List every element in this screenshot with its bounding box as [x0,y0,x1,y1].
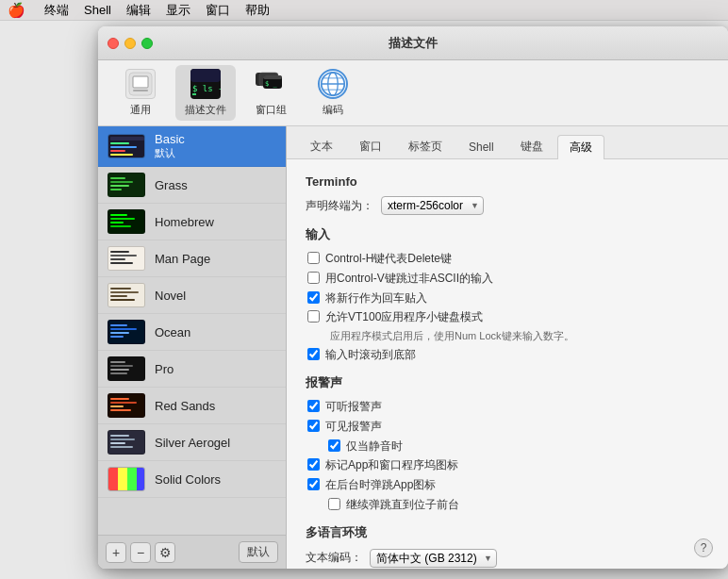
svg-rect-29 [110,214,127,216]
sidebar-thumb-pro [108,356,145,381]
menubar-edit[interactable]: 编辑 [126,2,151,19]
svg-rect-60 [110,438,135,440]
checkbox-ctrl-v: 用Control-V键跳过非ASCII的输入 [306,271,709,287]
svg-rect-4 [190,69,221,82]
audio-alert-checkbox[interactable] [307,400,320,412]
tabs: 文本 窗口 标签页 Shell 键盘 高级 [287,126,728,159]
sidebar-thumb-grass [108,173,145,197]
gear-button[interactable]: ⚙ [155,542,175,563]
menubar-view[interactable]: 显示 [166,2,190,19]
sidebar-item-silveraerogel-label: Silver Aerogel [155,436,230,450]
badge-app-checkbox[interactable] [307,458,320,471]
checkbox-vt100: 允许VT100应用程序小键盘模式 [306,309,709,325]
toolbar-windowgroup[interactable]: $ _ 窗口组 [243,65,298,121]
toolbar-windowgroup-label: 窗口组 [256,103,287,117]
sidebar-thumb-solidcolors [108,467,145,491]
toolbar-encoding[interactable]: 编码 [306,65,360,121]
sidebar-item-redsands[interactable]: Red Sands [98,388,286,424]
vt100-label: 允许VT100应用程序小键盘模式 [325,309,483,325]
sidebar-thumb-ocean [108,320,145,344]
sidebar-item-solidcolors[interactable]: Solid Colors [98,461,286,498]
add-profile-button[interactable]: + [106,542,126,563]
tab-window[interactable]: 窗口 [347,134,394,158]
silent-only-label: 仅当静音时 [346,438,403,455]
sidebar-item-solidcolors-label: Solid Colors [155,472,221,487]
menubar-shell[interactable]: Shell [84,3,111,17]
vt100-checkbox[interactable] [307,310,320,323]
help-button[interactable]: ? [694,538,713,557]
scroll-input-checkbox[interactable] [307,348,320,360]
numlock-hint: 应用程序模式启用后，使用Num Lock键来输入数字。 [306,329,709,343]
ctrl-v-checkbox[interactable] [307,272,320,284]
svg-rect-39 [110,288,131,290]
encoding-row: 文本编码： 简体中文 (GB 2312) UTF-8 GBK Big5 [306,549,709,568]
jump-front-checkbox[interactable] [328,498,340,510]
checkbox-bounce-app: 在后台时弹跳App图标 [306,477,709,493]
svg-rect-52 [110,372,127,374]
toolbar-profile-label: 描述文件 [185,103,226,117]
encoding-select[interactable]: 简体中文 (GB 2312) UTF-8 GBK Big5 [370,549,497,568]
svg-rect-55 [110,402,137,404]
menubar-terminal[interactable]: 终端 [44,2,69,19]
apple-menu[interactable]: 🍎 [8,2,25,19]
scroll-input-label: 输入时滚动到底部 [325,347,416,363]
checkbox-newline-paste: 将新行作为回车贴入 [306,290,709,306]
svg-rect-51 [110,369,129,371]
newline-paste-label: 将新行作为回车贴入 [325,290,427,306]
svg-rect-54 [110,398,129,400]
sidebar-item-manpage[interactable]: Man Page [98,240,286,277]
sidebar-list: Basic 默认 Grass [98,126,286,535]
tab-text[interactable]: 文本 [298,134,345,158]
bounce-app-checkbox[interactable] [307,478,320,490]
toolbar-profile[interactable]: $ ls -la 描述文件 [175,65,236,121]
terminal-select[interactable]: xterm-256color xterm vt100 ansi [381,196,484,215]
toolbar-encoding-label: 编码 [323,103,343,117]
menubar-help[interactable]: 帮助 [245,2,270,19]
svg-rect-20 [110,146,137,148]
svg-rect-22 [110,154,133,156]
sidebar-item-homebrew[interactable]: Homebrew [98,204,286,240]
sidebar-item-manpage-label: Man Page [155,252,210,266]
window: 描述文件 通用 $ ls -la [98,26,728,569]
svg-text:$ ls -la: $ ls -la [192,84,221,93]
ctrl-h-checkbox[interactable] [307,252,320,264]
newline-paste-checkbox[interactable] [307,291,320,304]
toolbar-general-label: 通用 [130,103,151,117]
profile-icon: $ ls -la [190,69,221,99]
tab-keyboard[interactable]: 键盘 [508,134,555,158]
general-icon [125,69,156,99]
sidebar-item-basic-text: Basic 默认 [155,132,185,160]
svg-rect-19 [110,142,129,144]
sidebar-item-pro[interactable]: Pro [98,351,286,388]
multilang-section-title: 多语言环境 [306,524,709,541]
svg-rect-40 [110,291,139,293]
svg-rect-25 [110,181,133,183]
tab-advanced[interactable]: 高级 [557,135,604,159]
maximize-button[interactable] [141,38,153,49]
svg-rect-66 [137,468,145,491]
sidebar-item-novel[interactable]: Novel [98,277,286,314]
svg-rect-49 [110,361,125,363]
menubar-window[interactable]: 窗口 [206,2,230,19]
sidebar-item-basic[interactable]: Basic 默认 [98,126,286,167]
sidebar-thumb-basic [108,134,145,158]
checkbox-scroll-input: 输入时滚动到底部 [306,347,709,363]
sidebar-item-silveraerogel[interactable]: Silver Aerogel [98,424,286,461]
svg-rect-18 [110,137,144,141]
sidebar-item-ocean[interactable]: Ocean [98,314,286,351]
svg-rect-30 [110,218,135,220]
minimize-button[interactable] [124,38,136,49]
close-button[interactable] [108,38,119,49]
titlebar: 描述文件 [98,26,728,60]
default-button[interactable]: 默认 [239,541,278,563]
sidebar-item-grass[interactable]: Grass [98,167,286,204]
silent-only-checkbox[interactable] [328,439,340,452]
checkbox-visual-alert: 可见报警声 [306,419,709,435]
toolbar-general[interactable]: 通用 [113,65,168,121]
tab-shell[interactable]: Shell [456,136,506,157]
visual-alert-checkbox[interactable] [307,420,320,432]
sidebar-item-ocean-label: Ocean [155,325,190,339]
encoding-select-wrapper: 简体中文 (GB 2312) UTF-8 GBK Big5 [370,549,497,568]
tab-tabpage[interactable]: 标签页 [396,134,455,158]
remove-profile-button[interactable]: − [130,542,151,563]
